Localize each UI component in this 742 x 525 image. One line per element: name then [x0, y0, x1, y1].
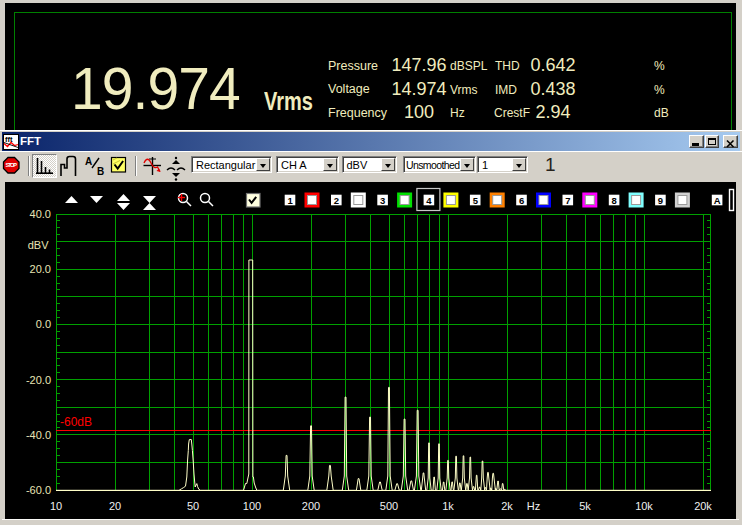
svg-text:20.0: 20.0 — [30, 263, 51, 275]
svg-text:3: 3 — [380, 195, 385, 206]
svg-text:5: 5 — [473, 195, 479, 206]
svg-text:0.0: 0.0 — [36, 318, 51, 330]
svg-text:-40.0: -40.0 — [26, 429, 51, 441]
svg-text:20: 20 — [109, 500, 121, 512]
svg-text:50: 50 — [187, 500, 199, 512]
svg-text:Hz: Hz — [527, 500, 540, 512]
svg-text:A: A — [714, 195, 721, 206]
svg-text:1k: 1k — [442, 500, 454, 512]
svg-text:2k: 2k — [501, 500, 513, 512]
svg-text:dBV: dBV — [28, 239, 49, 251]
svg-text:8: 8 — [612, 195, 617, 206]
svg-text:20k: 20k — [694, 500, 712, 512]
svg-text:-60dB: -60dB — [60, 415, 92, 429]
svg-text:-20.0: -20.0 — [26, 374, 51, 386]
svg-text:-60.0: -60.0 — [26, 484, 51, 496]
svg-text:7: 7 — [565, 195, 570, 206]
svg-text:40.0: 40.0 — [30, 208, 51, 220]
svg-text:1: 1 — [287, 195, 293, 206]
svg-text:4: 4 — [426, 195, 432, 206]
svg-text:100: 100 — [243, 500, 261, 512]
svg-text:10k: 10k — [635, 500, 653, 512]
svg-text:500: 500 — [380, 500, 398, 512]
svg-text:10: 10 — [50, 500, 62, 512]
svg-text:200: 200 — [302, 500, 320, 512]
svg-text:6: 6 — [519, 195, 524, 206]
svg-text:2: 2 — [334, 195, 339, 206]
svg-text:5k: 5k — [579, 500, 591, 512]
svg-text:9: 9 — [658, 195, 663, 206]
